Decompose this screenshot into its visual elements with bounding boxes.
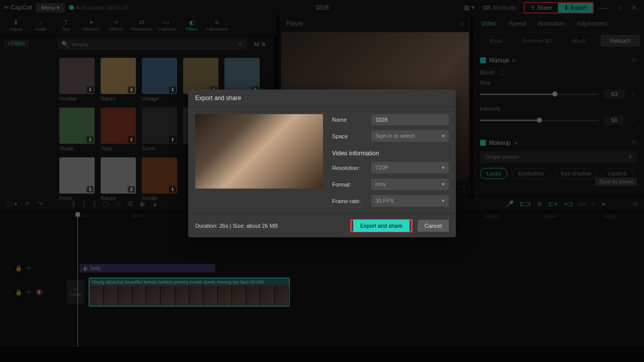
cancel-button[interactable]: Cancel — [418, 220, 449, 232]
format-label: Format: — [332, 182, 366, 188]
name-label: Name — [332, 117, 366, 123]
video-info-heading: Video information — [332, 147, 449, 157]
name-input[interactable] — [371, 114, 449, 125]
resolution-select[interactable]: 720P▾ — [371, 162, 449, 173]
export-and-share-button[interactable]: Export and share — [353, 220, 410, 232]
format-select[interactable]: mov▾ — [371, 178, 449, 190]
framerate-select[interactable]: 30 FPS▾ — [371, 195, 449, 207]
export-button-highlight: Export and share — [350, 219, 413, 232]
framerate-label: Frame rate: — [332, 198, 366, 204]
export-preview — [195, 114, 323, 189]
modal-title: Export and share — [188, 89, 456, 107]
export-info: Duration: 26s | Size: about 26 MB — [195, 223, 278, 229]
resolution-label: Resolution: — [332, 165, 366, 171]
space-select[interactable]: Sign in to select▾ — [371, 130, 449, 142]
space-label: Space — [332, 133, 366, 139]
export-modal: Export and share Name Space Sign in to s… — [188, 89, 456, 237]
